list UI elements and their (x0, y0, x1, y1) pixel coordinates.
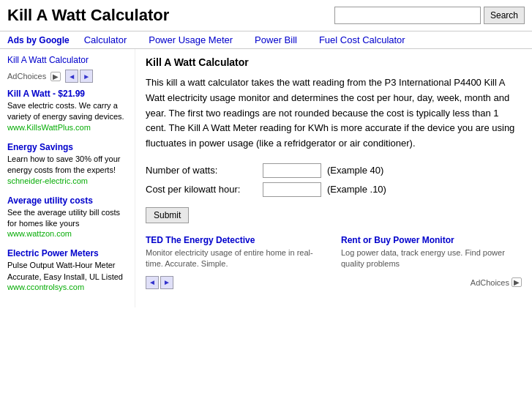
ads-by-google-label: Ads by Google (7, 35, 70, 45)
adchoices-icon: ▶ (50, 72, 61, 81)
nav-link-power-usage-meter[interactable]: Power Usage Meter (149, 34, 233, 45)
main-layout: Kill A Watt Calculator AdChoices ▶ ◄ ► K… (0, 49, 532, 307)
nav-link-calculator[interactable]: Calculator (84, 34, 127, 45)
sidebar-ad-3-url: www.wattzon.com (7, 229, 127, 238)
bottom-adchoices: AdChoices ▶ (471, 277, 522, 287)
bottom-adchoices-label: AdChoices (471, 278, 509, 287)
cost-example: (Example .10) (327, 184, 386, 195)
sidebar-ad-2-body: Learn how to save 30% off your energy co… (7, 154, 127, 176)
sidebar-ad-2-url: schneider-electric.com (7, 176, 127, 185)
bottom-ads: TED The Energy Detective Monitor electri… (146, 235, 522, 270)
sidebar-ad-1-title[interactable]: Kill A Watt - $21.99 (7, 89, 127, 99)
watts-example: (Example 40) (327, 165, 383, 176)
sidebar-ad-3-body: See the average utility bill costs for h… (7, 207, 127, 230)
sidebar-ad-4-body: Pulse Output Watt-Hour Meter Accurate, E… (7, 260, 127, 283)
cost-row: Cost per kilowatt hour: (Example .10) (146, 182, 522, 197)
cost-label: Cost per kilowatt hour: (146, 184, 263, 195)
sidebar-prev-button[interactable]: ◄ (65, 70, 78, 83)
sidebar-ad-4-url: www.ccontrolsys.com (7, 283, 127, 291)
submit-row: Submit (146, 201, 522, 223)
watts-row: Number of watts: (Example 40) (146, 163, 522, 178)
sidebar-ad-2-title[interactable]: Energy Savings (7, 142, 127, 152)
sidebar: Kill A Watt Calculator AdChoices ▶ ◄ ► K… (0, 49, 135, 307)
bottom-ad-1-title[interactable]: TED The Energy Detective (146, 235, 326, 245)
sidebar-ad-2: Energy Savings Learn how to save 30% off… (7, 142, 127, 185)
header: Kill A Watt Calculator Search (0, 0, 532, 31)
submit-button[interactable]: Submit (146, 207, 189, 223)
search-button[interactable]: Search (484, 7, 525, 24)
cost-input[interactable] (263, 182, 321, 197)
sidebar-ad-1: Kill A Watt - $21.99 Save electric costs… (7, 89, 127, 132)
navbar: Ads by Google Calculator Power Usage Met… (0, 31, 532, 49)
content-area: Kill A Watt Calculator This kill a watt … (135, 49, 532, 307)
nav-link-power-bill[interactable]: Power Bill (255, 34, 297, 45)
watts-label: Number of watts: (146, 165, 263, 176)
bottom-ad-1: TED The Energy Detective Monitor electri… (146, 235, 326, 270)
sidebar-next-button[interactable]: ► (80, 70, 93, 83)
sidebar-ad-1-body: Save electric costs. We carry a variety … (7, 100, 127, 123)
watts-input[interactable] (263, 163, 321, 178)
bottom-ads-footer: ◄ ► AdChoices ▶ (146, 276, 522, 289)
search-input[interactable] (334, 7, 481, 24)
page-title: Kill A Watt Calculator (7, 6, 334, 25)
bottom-next-button[interactable]: ► (160, 276, 173, 289)
sidebar-ad-3: Average utility costs See the average ut… (7, 195, 127, 239)
content-description: This kill a watt calculator takes the wa… (146, 75, 522, 152)
sidebar-ad-1-url: www.KillsWattPlus.com (7, 123, 127, 132)
content-title: Kill A Watt Calculator (146, 56, 522, 68)
sidebar-title-link[interactable]: Kill A Watt Calculator (7, 55, 127, 65)
bottom-prev-button[interactable]: ◄ (146, 276, 159, 289)
bottom-ad-2-body: Log power data, track energy use. Find p… (341, 247, 522, 270)
bottom-ad-2: Rent or Buy Power Monitor Log power data… (341, 235, 522, 270)
sidebar-ad-3-title[interactable]: Average utility costs (7, 195, 127, 206)
adchoices-row: AdChoices ▶ ◄ ► (7, 70, 127, 83)
bottom-ad-1-body: Monitor electricity usage of entire home… (146, 247, 326, 270)
search-area: Search (334, 7, 525, 24)
bottom-nav-arrows: ◄ ► (146, 276, 173, 289)
sidebar-nav-arrows: ◄ ► (65, 70, 93, 83)
adchoices-label: AdChoices (7, 72, 46, 81)
bottom-ad-2-title[interactable]: Rent or Buy Power Monitor (341, 235, 522, 245)
sidebar-ad-4: Electric Power Meters Pulse Output Watt-… (7, 248, 127, 291)
bottom-adchoices-icon: ▶ (512, 277, 522, 287)
nav-link-fuel-cost-calculator[interactable]: Fuel Cost Calculator (319, 34, 405, 45)
sidebar-ad-4-title[interactable]: Electric Power Meters (7, 248, 127, 258)
